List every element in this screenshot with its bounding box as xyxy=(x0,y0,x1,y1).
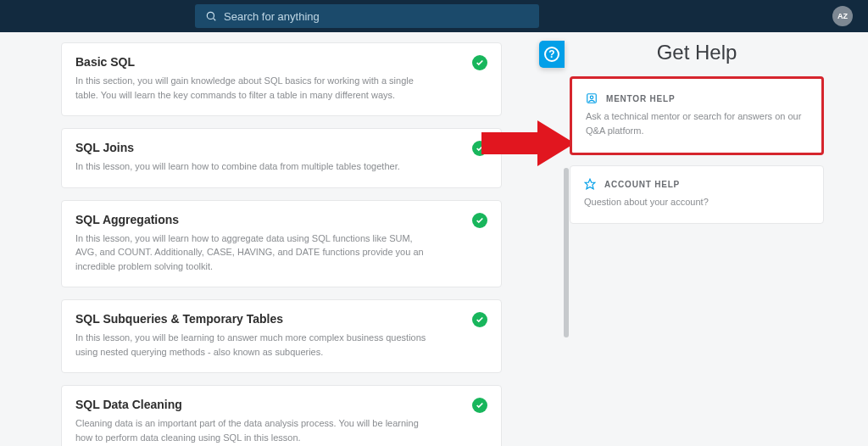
lesson-desc: In this section, you will gain knowledge… xyxy=(75,74,431,102)
search-input[interactable] xyxy=(224,10,529,23)
help-panel: Get Help MENTOR HELP Ask a technical men… xyxy=(570,32,824,234)
lesson-desc: Cleaning data is an important part of th… xyxy=(75,416,431,444)
scrollbar-thumb[interactable] xyxy=(564,168,569,337)
red-arrow-annotation xyxy=(481,120,575,166)
lesson-card-sql-joins[interactable]: SQL Joins In this lesson, you will learn… xyxy=(61,128,502,188)
top-navbar: AZ xyxy=(0,0,868,32)
svg-point-0 xyxy=(207,12,214,19)
lesson-title: SQL Joins xyxy=(75,141,487,154)
search-icon xyxy=(205,10,217,22)
lesson-card-sql-aggregations[interactable]: SQL Aggregations In this lesson, you wil… xyxy=(61,200,502,288)
complete-check-icon xyxy=(472,398,487,413)
account-help-desc: Question about your account? xyxy=(584,195,810,209)
mentor-help-card[interactable]: MENTOR HELP Ask a technical mentor or se… xyxy=(570,76,824,155)
lesson-title: Basic SQL xyxy=(75,55,487,69)
lesson-desc: In this lesson, you will learn how to co… xyxy=(75,159,431,174)
svg-line-1 xyxy=(214,19,216,21)
mentor-icon xyxy=(586,92,598,104)
svg-marker-5 xyxy=(585,179,595,189)
mentor-help-desc: Ask a technical mentor or search for ans… xyxy=(586,109,808,137)
help-toggle-button[interactable]: ? xyxy=(539,41,565,68)
complete-check-icon xyxy=(472,213,487,228)
lesson-title: SQL Data Cleaning xyxy=(75,398,487,411)
lesson-title: SQL Aggregations xyxy=(75,213,487,226)
mentor-help-label: MENTOR HELP xyxy=(606,94,675,103)
star-icon xyxy=(584,178,596,190)
complete-check-icon xyxy=(472,55,487,70)
lesson-desc: In this lesson, you will learn how to ag… xyxy=(75,231,431,274)
body-area: Basic SQL In this section, you will gain… xyxy=(0,32,868,446)
lesson-list: Basic SQL In this section, you will gain… xyxy=(61,32,502,446)
help-card-header: ACCOUNT HELP xyxy=(584,178,810,190)
lesson-card-sql-data-cleaning[interactable]: SQL Data Cleaning Cleaning data is an im… xyxy=(61,385,502,446)
lesson-desc: In this lesson, you will be learning to … xyxy=(75,331,431,359)
account-help-card[interactable]: ACCOUNT HELP Question about your account… xyxy=(570,165,824,224)
help-card-header: MENTOR HELP xyxy=(586,92,808,104)
avatar[interactable]: AZ xyxy=(832,6,853,26)
complete-check-icon xyxy=(472,312,487,327)
lesson-title: SQL Subqueries & Temporary Tables xyxy=(75,312,487,326)
question-mark-icon: ? xyxy=(544,47,559,62)
svg-point-4 xyxy=(590,96,593,99)
search-wrap[interactable] xyxy=(195,4,539,28)
lesson-card-basic-sql[interactable]: Basic SQL In this section, you will gain… xyxy=(61,42,502,116)
svg-marker-2 xyxy=(481,120,575,166)
account-help-label: ACCOUNT HELP xyxy=(604,180,680,189)
help-panel-title: Get Help xyxy=(570,41,824,64)
lesson-card-sql-subqueries[interactable]: SQL Subqueries & Temporary Tables In thi… xyxy=(61,299,502,373)
